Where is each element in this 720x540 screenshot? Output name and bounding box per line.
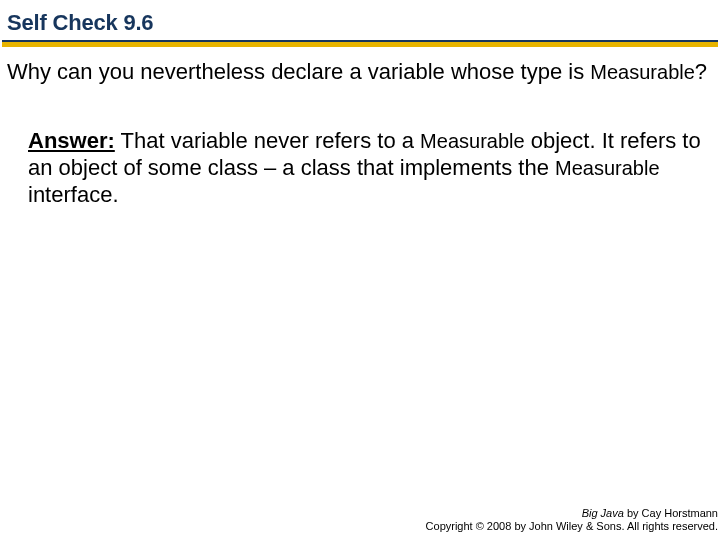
question-post: ? (695, 59, 707, 84)
footer-copyright: Copyright © 2008 by John Wiley & Sons. A… (426, 520, 718, 534)
answer-part3: interface. (28, 182, 119, 207)
answer-label: Answer: (28, 128, 115, 153)
question-code: Measurable (590, 61, 695, 83)
divider-gold (2, 42, 718, 47)
answer-code2: Measurable (555, 157, 660, 179)
footer-byline: by Cay Horstmann (624, 507, 718, 519)
answer-part1: That variable never refers to a (115, 128, 420, 153)
footer-book: Big Java (582, 507, 624, 519)
answer-text: Answer: That variable never refers to a … (28, 128, 702, 208)
page-title: Self Check 9.6 (7, 10, 153, 36)
answer-code1: Measurable (420, 130, 525, 152)
question-text: Why can you nevertheless declare a varia… (7, 58, 713, 86)
footer-line1: Big Java by Cay Horstmann (426, 507, 718, 521)
slide: Self Check 9.6 Why can you nevertheless … (0, 0, 720, 540)
question-pre: Why can you nevertheless declare a varia… (7, 59, 590, 84)
footer: Big Java by Cay Horstmann Copyright © 20… (426, 507, 718, 535)
